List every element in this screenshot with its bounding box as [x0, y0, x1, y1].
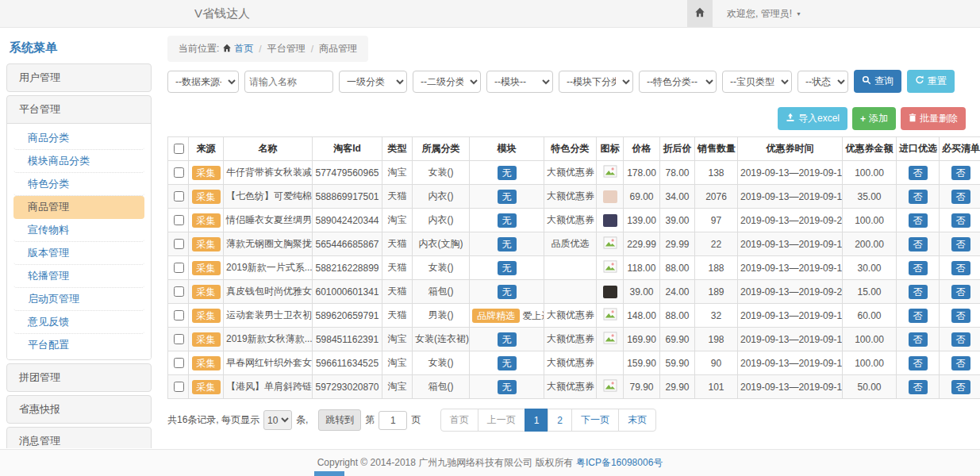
home-button[interactable] — [687, 0, 713, 27]
page-button-上一页[interactable]: 上一页 — [478, 409, 525, 432]
page-button-首页[interactable]: 首页 — [440, 409, 478, 432]
sidebar-group-拼团管理[interactable]: 拼团管理 — [7, 364, 151, 391]
import-select-badge[interactable]: 否 — [909, 380, 928, 394]
must-buy-badge[interactable]: 否 — [951, 166, 970, 180]
row-checkbox[interactable] — [174, 239, 184, 249]
sidebar-group-消息管理[interactable]: 消息管理 — [7, 428, 151, 448]
sidebar-item-版本管理[interactable]: 版本管理 — [13, 242, 144, 265]
breadcrumb-home-link[interactable]: 首页 — [222, 42, 253, 56]
data-source-select[interactable]: --数据来源-- — [167, 71, 239, 93]
broken-image-icon — [603, 383, 617, 394]
import-select-badge[interactable]: 否 — [909, 190, 928, 204]
price-cell: 139.00 — [624, 209, 660, 232]
sidebar-group-平台管理[interactable]: 平台管理 — [7, 96, 151, 123]
must-buy-badge[interactable]: 否 — [951, 332, 970, 347]
sidebar-item-模块商品分类[interactable]: 模块商品分类 — [13, 150, 144, 173]
add-button[interactable]: + 添加 — [852, 107, 896, 130]
item-type-select[interactable]: --宝贝类型-- — [722, 71, 792, 93]
jump-page-input[interactable] — [379, 411, 407, 430]
sales-cell: 101 — [695, 375, 738, 399]
import-select-badge[interactable]: 否 — [909, 309, 928, 323]
import-select-badge[interactable]: 否 — [909, 261, 928, 275]
import-select-badge[interactable]: 否 — [909, 237, 928, 251]
import-select-badge[interactable]: 否 — [909, 166, 928, 180]
breadcrumb-item: 平台管理 — [267, 42, 306, 56]
icon-cell — [597, 375, 624, 399]
topbar-right: 欢迎您, 管理员! ▼ — [687, 0, 801, 27]
chevron-down-icon: ▼ — [796, 11, 801, 17]
add-label: 添加 — [869, 112, 888, 125]
feature-category-select[interactable]: --特色分类-- — [639, 71, 717, 93]
name-input[interactable] — [244, 71, 333, 93]
sidebar-group-用户管理[interactable]: 用户管理 — [7, 64, 151, 91]
products-table: 来源名称淘客Id类型所属分类模块特色分类图标价格折后价销售数量优惠券时间优惠券金… — [167, 136, 980, 399]
product-name-cell: 【港风】单肩斜跨链条... — [224, 375, 313, 399]
import-select-badge[interactable]: 否 — [909, 213, 928, 228]
sidebar-item-启动页管理[interactable]: 启动页管理 — [13, 288, 144, 311]
sidebar-item-平台配置[interactable]: 平台配置 — [13, 334, 144, 356]
sidebar-item-宣传物料[interactable]: 宣传物料 — [13, 219, 144, 242]
must-buy-badge[interactable]: 否 — [951, 356, 970, 370]
row-checkbox[interactable] — [174, 167, 184, 178]
page-size-select[interactable]: 10 — [263, 410, 292, 430]
page-button-1[interactable]: 1 — [525, 409, 549, 432]
level2-category-select[interactable]: --二级分类-- — [413, 71, 481, 93]
row-checkbox[interactable] — [174, 263, 184, 273]
must-buy-badge[interactable]: 否 — [951, 285, 970, 299]
table-row: 采集【七色纺】可爱纯棉家...588869917501天猫内衣()无大额优惠券6… — [168, 185, 980, 209]
import-excel-button[interactable]: 导入excel — [778, 107, 847, 130]
row-checkbox[interactable] — [174, 358, 184, 368]
import-select-cell: 否 — [897, 375, 940, 399]
jump-button[interactable]: 跳转到 — [318, 409, 361, 431]
icp-link[interactable]: 粤ICP备16098006号 — [576, 456, 663, 470]
coupon-time-cell: 2019-09-13—2019-09-19 — [738, 256, 843, 280]
sidebar-item-商品分类[interactable]: 商品分类 — [13, 127, 144, 150]
page-button-下一页[interactable]: 下一页 — [571, 409, 619, 432]
row-checkbox[interactable] — [174, 286, 184, 297]
icon-cell — [597, 185, 624, 209]
sales-cell: 97 — [695, 209, 738, 232]
column-header-销售数量: 销售数量 — [695, 137, 738, 161]
sidebar-item-特色分类[interactable]: 特色分类 — [13, 173, 144, 196]
column-header-价格: 价格 — [624, 137, 660, 161]
status-select[interactable]: --状态-- — [797, 71, 848, 93]
row-checkbox[interactable] — [174, 310, 184, 321]
must-buy-badge[interactable]: 否 — [951, 380, 970, 394]
module-select[interactable]: --模块-- — [486, 71, 553, 93]
reset-button[interactable]: 重置 — [907, 70, 955, 93]
must-buy-badge[interactable]: 否 — [951, 261, 970, 275]
category-cell: 女装() — [413, 351, 470, 375]
plus-icon: + — [860, 113, 866, 125]
search-button[interactable]: 查询 — [854, 70, 901, 93]
import-select-cell: 否 — [897, 280, 940, 304]
batch-delete-button[interactable]: 批量删除 — [901, 107, 966, 130]
row-checkbox[interactable] — [174, 191, 184, 202]
import-select-badge[interactable]: 否 — [909, 285, 928, 299]
batch-delete-label: 批量删除 — [920, 112, 958, 125]
must-buy-badge[interactable]: 否 — [951, 237, 970, 251]
sidebar-group-省惠快报[interactable]: 省惠快报 — [7, 396, 151, 423]
select-all-checkbox[interactable] — [174, 144, 184, 154]
import-select-badge[interactable]: 否 — [909, 332, 928, 347]
source-badge: 采集 — [192, 213, 221, 228]
taoke-id-cell: 601000601341 — [313, 280, 382, 304]
must-buy-badge[interactable]: 否 — [951, 190, 970, 204]
module-sub-category-select[interactable]: --模块下分类-- — [559, 71, 633, 93]
must-buy-badge[interactable]: 否 — [951, 309, 970, 323]
page-button-末页[interactable]: 末页 — [618, 409, 656, 432]
must-buy-badge[interactable]: 否 — [951, 213, 970, 228]
price-cell: 178.00 — [624, 161, 660, 185]
sidebar-item-商品管理[interactable]: 商品管理 — [13, 196, 144, 219]
main-content: 当前位置: 首页 / 平台管理 / 商品管理 --数据来源--一级分类--二级分… — [167, 36, 966, 448]
row-checkbox[interactable] — [174, 382, 184, 392]
sidebar-item-轮播管理[interactable]: 轮播管理 — [13, 265, 144, 288]
page-button-2[interactable]: 2 — [548, 409, 572, 432]
level1-category-select[interactable]: 一级分类 — [339, 71, 407, 93]
row-checkbox[interactable] — [174, 215, 184, 225]
row-checkbox[interactable] — [174, 334, 184, 344]
import-select-badge[interactable]: 否 — [909, 356, 928, 370]
import-select-cell: 否 — [897, 185, 940, 209]
sidebar-item-意见反馈[interactable]: 意见反馈 — [13, 311, 144, 334]
coupon-time-cell: 2019-09-13—2019-09-17 — [738, 161, 843, 185]
user-menu[interactable]: 欢迎您, 管理员! ▼ — [727, 7, 801, 21]
